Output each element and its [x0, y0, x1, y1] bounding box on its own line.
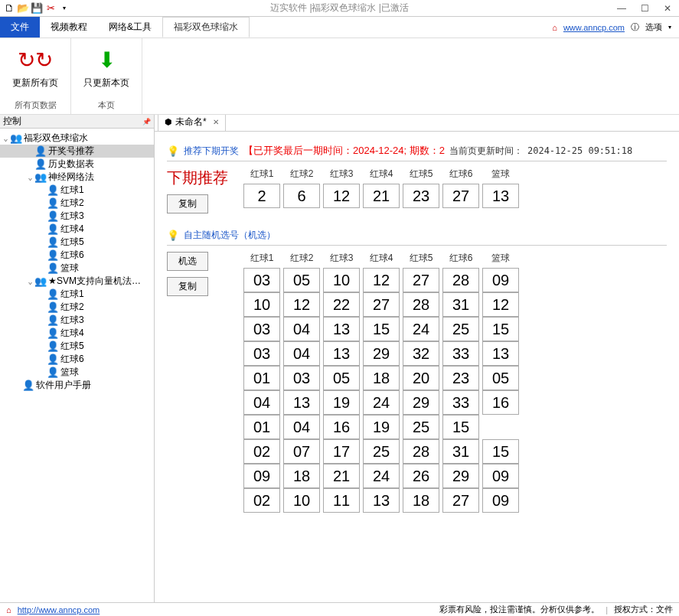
tree-item-label: 神经网络法 — [48, 171, 94, 184]
column-header: 红球2 — [283, 168, 320, 181]
options-label[interactable]: 选项 — [645, 21, 662, 33]
tree-item-label: 红球3 — [60, 210, 84, 223]
number-cell: 25 — [363, 439, 400, 464]
number-cell: 15 — [363, 317, 400, 341]
tree-item-label: 开奖号推荐 — [48, 145, 94, 158]
tree-item[interactable]: 👤红球6 — [0, 353, 154, 366]
refresh-all-button[interactable]: ↻↻ 更新所有页 — [8, 41, 63, 93]
status-url[interactable]: http://www.anncp.com — [18, 605, 100, 614]
auth-mode: 授权方式：文件 — [614, 604, 673, 615]
number-cell: 24 — [363, 390, 400, 415]
maximize-button[interactable]: ☐ — [633, 1, 656, 16]
tab-network-tools[interactable]: 网络&工具 — [98, 17, 162, 37]
number-cell: 09 — [482, 268, 519, 292]
table-row: 02101113182709 — [243, 488, 519, 513]
tree-root[interactable]: ⌄ 👥 福彩双色球缩水 — [0, 132, 154, 145]
number-cell: 27 — [403, 268, 439, 292]
number-cell: 01 — [243, 366, 280, 390]
website-link[interactable]: www.anncp.com — [563, 23, 625, 32]
tree-item[interactable]: 👤红球5 — [0, 340, 154, 353]
tree-item[interactable]: 👤历史数据表 — [0, 158, 154, 171]
random-button[interactable]: 机选 — [167, 252, 208, 271]
user-icon: 👤 — [47, 210, 59, 223]
table-header-row: 红球1红球2红球3红球4红球5红球6篮球 — [243, 252, 519, 265]
number-cell: 18 — [283, 464, 320, 488]
user-icon: 👤 — [47, 249, 59, 262]
update-time-label: 当前页更新时间： — [449, 145, 523, 158]
close-tab-icon[interactable]: ✕ — [213, 118, 219, 126]
user-icon: 👤 — [47, 197, 59, 210]
dropdown-icon[interactable]: ▾ — [58, 2, 70, 15]
column-header: 红球5 — [403, 252, 439, 265]
tree-item[interactable]: 👤红球3 — [0, 210, 154, 223]
tree-item[interactable]: 👤篮球 — [0, 262, 154, 275]
number-cell: 27 — [442, 184, 479, 208]
tab-lottery[interactable]: 福彩双色球缩水 — [162, 17, 250, 37]
tree-item[interactable]: 👤红球4 — [0, 223, 154, 236]
number-cell: 15 — [482, 317, 519, 341]
tree-item[interactable]: 👤红球5 — [0, 236, 154, 249]
copy-button[interactable]: 复制 — [167, 277, 208, 296]
copy-button[interactable]: 复制 — [167, 194, 208, 213]
user-icon: 👤 — [47, 315, 59, 327]
column-header: 红球3 — [323, 168, 360, 181]
quick-access-toolbar: 🗋 📂 💾 ✂ ▾ — [0, 2, 70, 15]
tree-item[interactable]: 👤篮球 — [0, 366, 154, 379]
number-cell: 05 — [283, 268, 320, 292]
tree-item[interactable]: ⌄👥★SVM支持向量机法… — [0, 275, 154, 288]
tree-item[interactable]: ⌄👥神经网络法 — [0, 171, 154, 184]
number-cell: 02 — [243, 488, 280, 513]
user-icon: 👤 — [47, 262, 59, 275]
number-cell: 33 — [442, 390, 479, 415]
open-icon[interactable]: 📂 — [17, 2, 29, 15]
cut-icon[interactable]: ✂ — [44, 2, 57, 15]
user-icon: 👤 — [47, 236, 59, 249]
user-icon: 👤 — [47, 301, 59, 314]
minimize-button[interactable]: — — [610, 1, 633, 16]
number-cell: 07 — [283, 439, 320, 464]
tree-item[interactable]: 👤红球2 — [0, 197, 154, 210]
refresh-current-button[interactable]: ⬇ 只更新本页 — [79, 41, 134, 93]
tree-item[interactable]: 👤红球3 — [0, 314, 154, 327]
random-row: 机选 复制 红球1红球2红球3红球4红球5红球6篮球 0305101227280… — [167, 252, 667, 513]
tree-view[interactable]: ⌄ 👥 福彩双色球缩水 👤开奖号推荐👤历史数据表⌄👥神经网络法👤红球1👤红球2👤… — [0, 129, 154, 602]
chevron-down-icon[interactable]: ▾ — [668, 24, 671, 31]
random-left: 机选 复制 — [167, 252, 236, 296]
close-button[interactable]: ✕ — [656, 1, 679, 16]
home-icon: ⌂ — [552, 23, 557, 32]
tree-item[interactable]: 👤红球2 — [0, 301, 154, 314]
separator: | — [606, 605, 608, 614]
number-cell: 13 — [323, 341, 360, 366]
recommend-left: 下期推荐 复制 — [167, 168, 236, 213]
tree-collapse-icon[interactable]: ⌄ — [26, 173, 34, 181]
column-header: 篮球 — [482, 168, 519, 181]
tree-collapse-icon[interactable]: ⌄ — [2, 134, 10, 142]
tab-video-tutorial[interactable]: 视频教程 — [40, 17, 98, 37]
section-header-recommend: 💡 推荐下期开奖 【已开奖最后一期时间：2024-12-24; 期数：2 当前页… — [167, 144, 667, 161]
tree-item[interactable]: 👤红球6 — [0, 249, 154, 262]
tree-item[interactable]: 👤红球1 — [0, 184, 154, 197]
document-tab[interactable]: ⬢ 未命名* ✕ — [158, 115, 226, 131]
tree-item-label: 红球2 — [60, 197, 84, 210]
content-area: ⬢ 未命名* ✕ 💡 推荐下期开奖 【已开奖最后一期时间：2024-12-24;… — [155, 115, 679, 602]
tab-file[interactable]: 文件 — [0, 17, 40, 37]
ribbon-group-current-page: ⬇ 只更新本页 本页 — [71, 38, 142, 114]
status-bar: ⌂ http://www.anncp.com 彩票有风险，投注需谨慎。分析仅供参… — [0, 602, 679, 616]
user-icon: 👤 — [22, 380, 34, 392]
tree-item[interactable]: 👤红球1 — [0, 288, 154, 301]
content-body: 💡 推荐下期开奖 【已开奖最后一期时间：2024-12-24; 期数：2 当前页… — [155, 132, 679, 602]
pin-icon[interactable]: 📌 — [142, 118, 151, 125]
tree-item[interactable]: 👤红球4 — [0, 327, 154, 340]
new-icon[interactable]: 🗋 — [3, 2, 15, 15]
tree-item[interactable]: 👤软件用户手册 — [0, 379, 154, 392]
number-cell: 13 — [323, 317, 360, 341]
number-cell: 10 — [323, 268, 360, 292]
number-cell: 31 — [442, 292, 479, 317]
tree-collapse-icon[interactable]: ⌄ — [26, 277, 34, 285]
recommend-link[interactable]: 推荐下期开奖 — [184, 145, 239, 158]
random-link[interactable]: 自主随机选号（机选） — [184, 229, 276, 242]
tree-item[interactable]: 👤开奖号推荐 — [0, 145, 154, 158]
save-icon[interactable]: 💾 — [31, 2, 43, 15]
number-cell: 12 — [323, 184, 360, 208]
tree-item-label: 红球6 — [60, 353, 84, 366]
